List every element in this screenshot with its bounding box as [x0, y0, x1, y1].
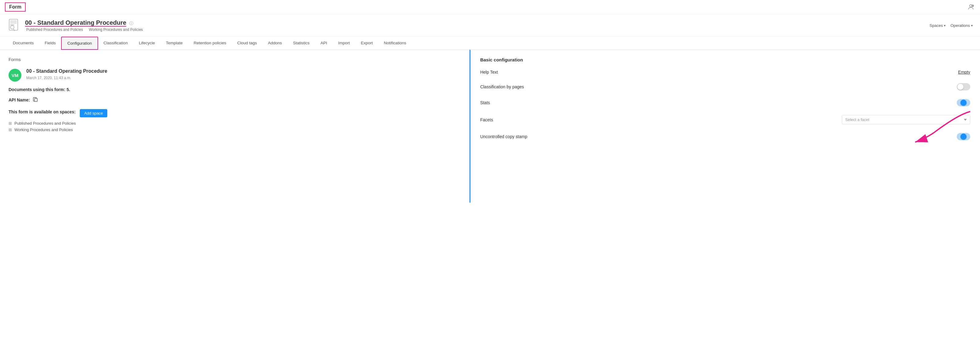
api-name-row: API Name:: [8, 97, 461, 103]
config-row-helptext: Help Text Empty: [480, 70, 970, 75]
stats-toggle[interactable]: [957, 99, 970, 106]
form-date: March 17, 2020, 11:43 a.m.: [26, 76, 107, 80]
form-item-row: VM 00 - Standard Operating Procedure Mar…: [8, 68, 461, 82]
tab-configuration[interactable]: Configuration: [61, 36, 98, 50]
spaces-dropdown[interactable]: Spaces: [929, 23, 945, 28]
toggle-track: [957, 133, 970, 140]
copy-stamp-label: Uncontrolled copy stamp: [480, 134, 527, 139]
top-bar-left: Form: [5, 2, 25, 12]
tab-fields[interactable]: Fields: [39, 37, 61, 49]
help-text-value[interactable]: Empty: [958, 70, 970, 75]
facets-label: Facets: [480, 117, 493, 122]
copy-stamp-toggle[interactable]: [957, 133, 970, 140]
api-name-label: API Name:: [8, 97, 30, 102]
doc-icon: [7, 19, 21, 32]
tab-cloudtags[interactable]: Cloud tags: [232, 37, 262, 49]
svg-rect-4: [35, 98, 37, 101]
tab-lifecycle[interactable]: Lifecycle: [133, 37, 161, 49]
page-header-right: Spaces Operations: [929, 23, 973, 28]
page-header: 00 - Standard Operating Procedure ⓘ Publ…: [0, 14, 980, 36]
breadcrumb-1: Published Procedures and Policies: [26, 27, 83, 32]
tab-documents[interactable]: Documents: [7, 37, 39, 49]
form-name: 00 - Standard Operating Procedure: [26, 68, 107, 75]
tab-statistics[interactable]: Statistics: [287, 37, 315, 49]
basic-config-title: Basic configuration: [480, 57, 970, 62]
toggle-thumb: [961, 133, 967, 140]
left-panel: Forms VM 00 - Standard Operating Procedu…: [0, 50, 471, 203]
avatar: VM: [8, 69, 21, 82]
list-item: ⊞ Working Procedures and Policies: [8, 127, 461, 132]
toggle-thumb: [961, 100, 967, 106]
right-panel: Basic configuration Help Text Empty Clas…: [471, 50, 980, 203]
svg-point-3: [10, 25, 14, 29]
facets-select[interactable]: Select a facet: [842, 115, 970, 124]
docs-using: Documents using this form: 5.: [8, 87, 461, 92]
config-row-classification: Classification by pages: [480, 83, 970, 90]
form-label: Form: [5, 2, 25, 12]
config-row-stats: Stats: [480, 99, 970, 106]
stats-label: Stats: [480, 100, 490, 105]
config-row-copy-stamp: Uncontrolled copy stamp: [480, 133, 970, 140]
info-icon[interactable]: ⓘ: [129, 21, 133, 26]
tab-retention[interactable]: Retention policies: [188, 37, 232, 49]
page-title: 00 - Standard Operating Procedure: [25, 19, 126, 27]
list-item: ⊞ Published Procedures and Policies: [8, 121, 461, 125]
toggle-track: [957, 99, 970, 106]
space-item-icon: ⊞: [8, 127, 12, 132]
form-item-info: 00 - Standard Operating Procedure March …: [26, 68, 107, 80]
config-row-facets: Facets Select a facet: [480, 115, 970, 124]
operations-dropdown[interactable]: Operations: [950, 23, 973, 28]
tab-api[interactable]: API: [315, 37, 332, 49]
page-title-group: 00 - Standard Operating Procedure ⓘ Publ…: [25, 19, 144, 32]
tab-notifications[interactable]: Notifications: [378, 37, 412, 49]
user-icon[interactable]: [967, 3, 975, 11]
spaces-label: This form is available on spaces:: [8, 109, 75, 114]
top-bar-right: [967, 3, 975, 11]
top-bar: Form: [0, 0, 980, 14]
space-name-2: Working Procedures and Policies: [14, 127, 73, 132]
page-header-left: 00 - Standard Operating Procedure ⓘ Publ…: [7, 19, 144, 32]
classification-pages-toggle[interactable]: [957, 83, 970, 90]
forms-section-title: Forms: [8, 57, 461, 62]
tab-export[interactable]: Export: [355, 37, 378, 49]
spaces-row: This form is available on spaces: Add sp…: [8, 109, 461, 132]
help-text-label: Help Text: [480, 70, 498, 75]
breadcrumb-2: Working Procedures and Policies: [89, 27, 143, 32]
tabs-bar: Documents Fields Configuration Classific…: [0, 36, 980, 50]
tab-import[interactable]: Import: [332, 37, 355, 49]
space-item-icon: ⊞: [8, 121, 12, 125]
tab-classification[interactable]: Classification: [98, 37, 134, 49]
space-name-1: Published Procedures and Policies: [14, 121, 76, 125]
classification-pages-label: Classification by pages: [480, 84, 524, 89]
main-content: Forms VM 00 - Standard Operating Procedu…: [0, 50, 980, 203]
copy-icon[interactable]: [33, 97, 38, 103]
spaces-header: This form is available on spaces: Add sp…: [8, 109, 461, 117]
add-space-button[interactable]: Add space: [80, 109, 107, 117]
tab-template[interactable]: Template: [161, 37, 188, 49]
toggle-thumb: [958, 84, 964, 90]
tab-addons[interactable]: Addons: [262, 37, 288, 49]
toggle-track: [957, 83, 970, 90]
breadcrumb: Published Procedures and Policies Workin…: [25, 27, 144, 32]
